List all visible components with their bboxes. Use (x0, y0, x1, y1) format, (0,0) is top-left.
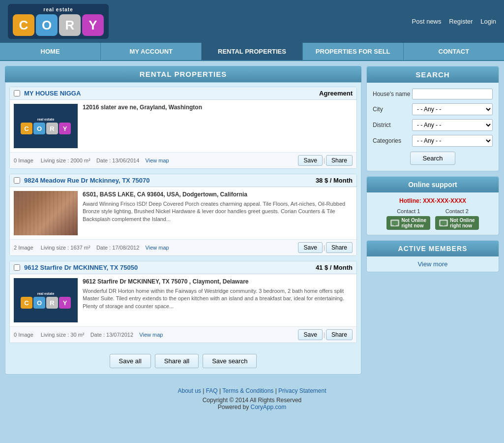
support-title: Online support (367, 177, 499, 192)
nav-home[interactable]: HOME (0, 43, 101, 60)
prop-meta-1: Living size : 2000 m² Date : 13/06/2014 … (41, 158, 298, 163)
save-search-button[interactable]: Save search (203, 354, 257, 368)
property-checkbox-1[interactable] (14, 90, 20, 96)
property-info-2: 6S01, BASS LAKE, CA 93604, USA, Dodgerto… (83, 191, 353, 235)
contact-2-label: Contact 2 (445, 208, 469, 214)
share-button-3[interactable]: Share (326, 329, 353, 340)
contact-1-item: Contact 1 Not Online right now (386, 208, 430, 230)
view-more-link[interactable]: View more (417, 260, 447, 268)
prop-actions-1: Save | Share (298, 155, 353, 166)
view-map-3[interactable]: View map (139, 332, 163, 338)
save-button-1[interactable]: Save (298, 155, 322, 166)
powered-by: Powered by CoryApp.com (8, 404, 496, 411)
svg-rect-0 (392, 221, 398, 225)
categories-select[interactable]: - - Any - - (412, 135, 493, 147)
date-2: Date : 17/08/2012 (96, 245, 139, 251)
not-online-text-2: Not Online right now (450, 218, 475, 228)
about-us-link[interactable]: About us (178, 387, 201, 394)
image-count-1: 0 Image (14, 158, 33, 163)
property-desc-2: Award Winning Frisco ISD! Deep Covered P… (83, 200, 353, 223)
faq-link[interactable]: FAQ (206, 387, 218, 394)
terms-link[interactable]: Terms & Conditions (222, 387, 273, 394)
post-news-link[interactable]: Post news (412, 18, 442, 25)
search-button[interactable]: Search (410, 152, 455, 165)
register-link[interactable]: Register (449, 18, 473, 25)
search-title: SEARCH (367, 66, 499, 83)
property-address-3: 9612 Starfire Dr MCKINNEY, TX 75070 , Cl… (83, 278, 353, 285)
save-all-button[interactable]: Save all (110, 354, 151, 368)
nav-rental-properties[interactable]: RENTAL PROPERTIES (202, 43, 302, 60)
header-links: Post news Register Login (406, 18, 496, 25)
save-button-3[interactable]: Save (298, 329, 322, 340)
living-size-2: Living size : 1637 m² (41, 245, 90, 251)
tile-y: Y (82, 14, 104, 36)
property-title-1: MY HOUSE NIGGA (24, 90, 319, 97)
property-checkbox-2[interactable] (14, 177, 20, 184)
login-link[interactable]: Login (480, 18, 496, 25)
support-content: Hotline: XXX-XXX-XXXX Contact 1 (367, 192, 499, 235)
share-button-1[interactable]: Share (326, 155, 353, 166)
not-online-text-1: Not Online right now (401, 218, 426, 228)
privacy-link[interactable]: Privacy Statement (278, 387, 326, 394)
search-row-city: City - - Any - - (373, 103, 493, 115)
logo-top-text: real estate (43, 7, 73, 12)
left-panel: RENTAL PROPERTIES MY HOUSE NIGGA Agreeme… (5, 66, 361, 375)
property-header-2: 9824 Meadow Rue Dr Mckinney, TX 75070 38… (10, 174, 356, 187)
property-body-2: 6S01, BASS LAKE, CA 93604, USA, Dodgerto… (10, 187, 356, 239)
property-title-2: 9824 Meadow Rue Dr Mckinney, TX 75070 (24, 177, 316, 184)
nav-my-account[interactable]: MY ACCOUNT (101, 43, 202, 60)
members-content: View more (367, 256, 499, 272)
property-checkbox-3[interactable] (14, 264, 20, 271)
main-nav: HOME MY ACCOUNT RENTAL PROPERTIES PROPER… (0, 43, 504, 61)
house-name-input[interactable] (412, 89, 493, 99)
view-map-2[interactable]: View map (146, 245, 169, 251)
svg-rect-1 (394, 225, 396, 225)
property-photo-2 (14, 191, 78, 235)
bottom-actions: Save all Share all Save search (9, 348, 357, 370)
living-size-3: Living size : 30 m² (41, 332, 85, 338)
prop-actions-2: Save | Share (298, 242, 353, 253)
categories-label: Categories (373, 137, 412, 144)
property-image-1: real estate C O R Y (14, 104, 78, 148)
not-online-icon-2 (439, 220, 448, 226)
nav-properties-for-sell[interactable]: PROPERTIES FOR SELL (303, 43, 404, 60)
city-label: City (373, 106, 412, 113)
not-online-badge-2: Not Online right now (435, 216, 479, 230)
svg-rect-3 (443, 225, 445, 225)
not-online-icon-1 (390, 220, 399, 226)
property-footer-2: 2 Image Living size : 1637 m² Date : 17/… (10, 239, 356, 255)
living-size-1: Living size : 2000 m² (41, 158, 90, 163)
date-3: Date : 13/07/2012 (90, 332, 133, 338)
house-name-label: House's name (373, 91, 412, 97)
property-footer-1: 0 Image Living size : 2000 m² Date : 13/… (10, 152, 356, 168)
property-header-3: 9612 Starfire Dr MCKINNEY, TX 75050 41 $… (10, 261, 356, 274)
logo-area: real estate C O R Y (8, 4, 109, 39)
prop-meta-3: Living size : 30 m² Date : 13/07/2012 Vi… (41, 332, 298, 338)
district-select[interactable]: - - Any - - (412, 119, 493, 131)
nav-contact[interactable]: CONTACT (404, 43, 504, 60)
prop-actions-3: Save | Share (298, 329, 353, 340)
right-panel: SEARCH House's name City - - Any - - Dis… (366, 66, 499, 375)
prop-logo-1: real estate C O R Y (14, 104, 78, 148)
city-select[interactable]: - - Any - - (412, 103, 493, 115)
search-row-categories: Categories - - Any - - (373, 135, 493, 147)
monitor-icon-2 (440, 221, 447, 225)
logo-box: real estate C O R Y (8, 4, 109, 39)
tile-c: C (13, 14, 34, 36)
tile-r: R (59, 14, 81, 36)
search-form: House's name City - - Any - - District -… (367, 83, 499, 171)
footer-links: About us | FAQ | Terms & Conditions | Pr… (8, 387, 496, 394)
property-item-3: 9612 Starfire Dr MCKINNEY, TX 75050 41 $… (9, 261, 357, 343)
property-info-1: 12016 slater ave ne, Grayland, Washingto… (83, 104, 353, 148)
property-image-3: real estate C O R Y (14, 278, 78, 322)
share-all-button[interactable]: Share all (155, 354, 199, 368)
image-count-3: 0 Image (14, 332, 33, 338)
contacts-row: Contact 1 Not Online right now (372, 208, 494, 230)
share-button-2[interactable]: Share (326, 242, 353, 253)
search-row-district: District - - Any - - (373, 119, 493, 131)
coryapp-link[interactable]: CoryApp.com (251, 404, 287, 411)
not-online-badge-1: Not Online right now (386, 216, 430, 230)
view-map-1[interactable]: View map (146, 158, 169, 163)
monitor-icon-1 (391, 221, 398, 225)
save-button-2[interactable]: Save (298, 242, 322, 253)
